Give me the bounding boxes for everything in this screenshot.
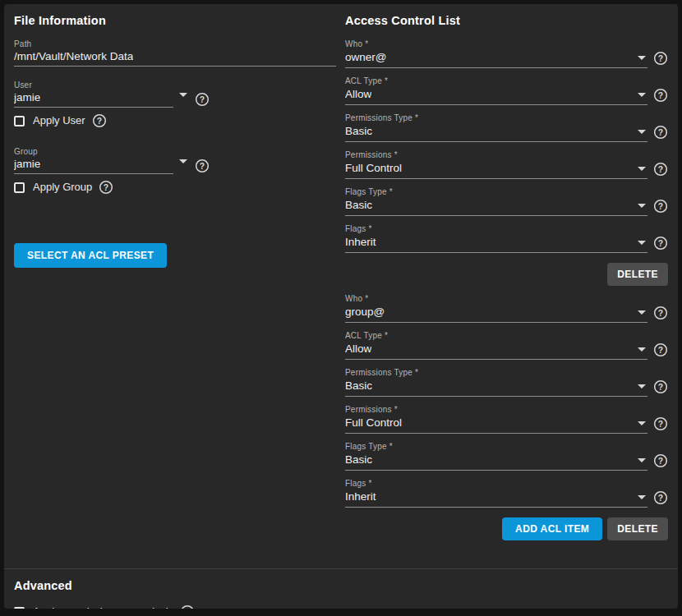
svg-text:?: ? [658,494,663,503]
help-icon[interactable]: ? [195,92,210,107]
apply-user-label: Apply User [33,114,85,127]
who-select-row: Who * owner@ ? [345,39,668,68]
permissions-type-select-row: Permissions Type * Basic ? [345,113,668,142]
chevron-down-icon [638,458,646,462]
user-select[interactable]: User jamie [14,80,173,108]
permissions-select[interactable]: Permissions * Full Control [345,150,647,179]
svg-text:?: ? [658,91,663,100]
acl-type-value: Allow [345,342,371,356]
apply-group-checkbox[interactable] [14,182,25,193]
flags-type-select[interactable]: Flags Type * Basic [345,187,647,216]
permissions-type-label: Permissions Type * [345,113,647,123]
permissions-select-row: Permissions * Full Control ? [345,405,668,434]
flags-type-label: Flags Type * [345,442,647,452]
chevron-down-icon [638,310,646,315]
acl-item: Who * owner@ ? ACL Type * Allow [345,39,668,286]
apply-group-label: Apply Group [33,181,92,194]
who-select[interactable]: Who * owner@ [345,39,647,68]
permissions-type-select-row: Permissions Type * Basic ? [345,368,668,397]
acl-type-label: ACL Type * [345,331,647,341]
file-information-section: File Information Path /mnt/Vault/Network… [14,14,336,549]
help-icon[interactable]: ? [653,379,668,394]
flags-value: Inherit [345,490,376,503]
flags-select-row: Flags * Inherit ? [345,224,668,253]
flags-label: Flags * [345,224,647,234]
group-value: jamie [14,158,40,171]
help-icon[interactable]: ? [653,51,668,66]
permissions-select[interactable]: Permissions * Full Control [345,405,647,434]
chevron-down-icon [638,241,646,245]
svg-text:?: ? [658,54,663,63]
permissions-select-row: Permissions * Full Control ? [345,150,668,179]
help-icon[interactable]: ? [653,453,668,468]
help-icon[interactable]: ? [653,88,668,103]
delete-acl-item-button[interactable]: DELETE [607,263,668,286]
apply-user-checkbox[interactable] [14,116,25,126]
help-icon[interactable]: ? [653,490,668,505]
svg-text:?: ? [200,162,205,171]
svg-text:?: ? [658,420,663,429]
flags-select[interactable]: Flags * Inherit [345,224,647,253]
path-value: /mnt/Vault/Network Data [14,50,133,63]
apply-recursively-label: Apply permissions recursively [33,605,173,609]
help-icon[interactable]: ? [653,416,668,431]
flags-type-label: Flags Type * [345,187,647,197]
help-icon[interactable]: ? [180,605,195,609]
help-icon[interactable]: ? [99,180,113,195]
who-select-row: Who * group@ ? [345,294,668,323]
path-label: Path [14,39,336,49]
apply-recursively-checkbox[interactable] [14,607,25,609]
svg-text:?: ? [658,309,663,318]
access-control-list-title: Access Control List [345,14,668,27]
path-field[interactable]: Path /mnt/Vault/Network Data [14,39,336,67]
who-select[interactable]: Who * group@ [345,294,647,323]
flags-select[interactable]: Flags * Inherit [345,479,647,508]
chevron-down-icon [638,384,646,388]
who-label: Who * [345,39,647,49]
help-icon[interactable]: ? [653,125,668,140]
two-column-layout: File Information Path /mnt/Vault/Network… [14,14,668,549]
help-icon[interactable]: ? [653,306,668,320]
permissions-type-select[interactable]: Permissions Type * Basic [345,113,647,142]
help-icon[interactable]: ? [653,199,668,214]
chevron-down-icon [638,347,646,352]
delete-acl-item-button[interactable]: DELETE [607,517,668,540]
who-value: owner@ [345,51,386,64]
flags-type-select-row: Flags Type * Basic ? [345,442,668,471]
help-icon[interactable]: ? [92,113,107,128]
svg-text:?: ? [658,165,663,174]
group-select[interactable]: Group jamie [14,147,173,174]
flags-select-row: Flags * Inherit ? [345,479,668,508]
chevron-down-icon [638,204,646,208]
svg-text:?: ? [200,95,205,104]
apply-recursively-row: Apply permissions recursively ? [14,605,668,609]
apply-group-row: Apply Group ? [14,180,336,195]
svg-text:?: ? [658,239,663,248]
add-acl-item-button[interactable]: ADD ACL ITEM [502,517,602,540]
chevron-down-icon [638,495,646,499]
permissions-type-select[interactable]: Permissions Type * Basic [345,368,647,397]
svg-text:?: ? [104,183,108,192]
help-icon[interactable]: ? [195,159,210,173]
flags-type-select[interactable]: Flags Type * Basic [345,442,647,471]
flags-type-value: Basic [345,199,372,212]
select-acl-preset-button[interactable]: SELECT AN ACL PRESET [14,243,167,268]
acl-type-select-row: ACL Type * Allow ? [345,76,668,105]
permissions-type-value: Basic [345,379,372,393]
permissions-value: Full Control [345,162,402,175]
acl-type-label: ACL Type * [345,76,647,86]
acl-type-select[interactable]: ACL Type * Allow [345,331,647,360]
chevron-down-icon [638,167,646,171]
help-icon[interactable]: ? [653,162,668,177]
chevron-down-icon [638,130,646,134]
help-icon[interactable]: ? [653,236,668,251]
svg-text:?: ? [96,117,101,126]
user-label: User [14,80,173,90]
flags-label: Flags * [345,479,647,489]
chevron-down-icon [638,56,646,60]
acl-type-value: Allow [345,88,371,101]
chevron-down-icon[interactable] [179,159,187,163]
acl-type-select[interactable]: ACL Type * Allow [345,76,647,105]
help-icon[interactable]: ? [653,342,668,357]
chevron-down-icon[interactable] [179,93,187,97]
